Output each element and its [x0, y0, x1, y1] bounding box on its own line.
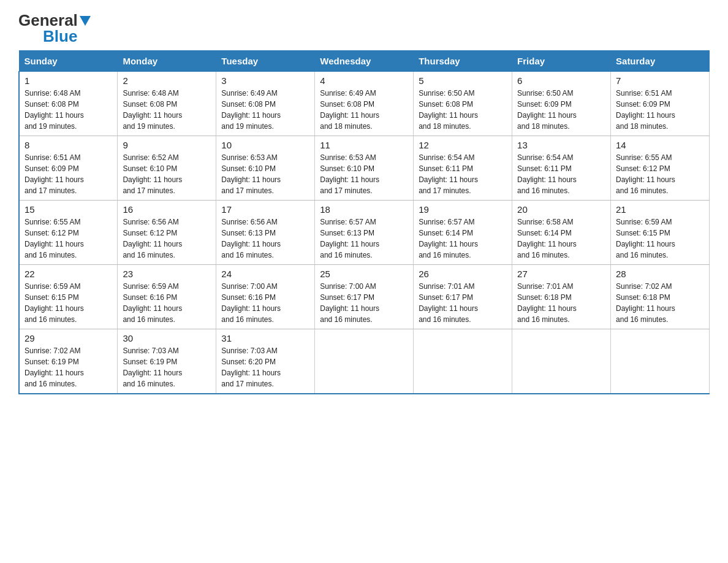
day-number: 23	[123, 269, 211, 279]
day-number: 16	[123, 204, 211, 215]
day-cell: 15Sunrise: 6:55 AMSunset: 6:12 PMDayligh…	[19, 201, 118, 265]
day-cell: 19Sunrise: 6:57 AMSunset: 6:14 PMDayligh…	[414, 201, 512, 265]
day-number: 6	[517, 75, 605, 86]
week-row-1: 1Sunrise: 6:48 AMSunset: 6:08 PMDaylight…	[19, 72, 710, 136]
day-number: 20	[517, 204, 605, 215]
day-cell: 29Sunrise: 7:02 AMSunset: 6:19 PMDayligh…	[19, 329, 118, 394]
day-info: Sunrise: 6:58 AMSunset: 6:14 PMDaylight:…	[517, 216, 605, 261]
day-info: Sunrise: 6:54 AMSunset: 6:11 PMDaylight:…	[419, 152, 507, 196]
day-cell: 14Sunrise: 6:55 AMSunset: 6:12 PMDayligh…	[611, 136, 710, 201]
day-number: 3	[221, 75, 309, 86]
day-cell: 17Sunrise: 6:56 AMSunset: 6:13 PMDayligh…	[216, 201, 315, 265]
day-number: 31	[221, 333, 309, 343]
day-number: 11	[320, 140, 408, 150]
day-cell: 11Sunrise: 6:53 AMSunset: 6:10 PMDayligh…	[315, 136, 414, 201]
day-cell: 20Sunrise: 6:58 AMSunset: 6:14 PMDayligh…	[512, 201, 611, 265]
header-wednesday: Wednesday	[315, 51, 414, 72]
day-number: 18	[320, 204, 408, 215]
day-number: 30	[123, 333, 211, 343]
day-number: 25	[320, 269, 408, 279]
day-info: Sunrise: 6:57 AMSunset: 6:14 PMDaylight:…	[419, 216, 507, 261]
day-number: 15	[25, 204, 112, 215]
day-info: Sunrise: 6:59 AMSunset: 6:15 PMDaylight:…	[25, 281, 112, 325]
day-cell: 26Sunrise: 7:01 AMSunset: 6:17 PMDayligh…	[414, 265, 512, 329]
day-number: 7	[616, 75, 704, 86]
day-cell: 16Sunrise: 6:56 AMSunset: 6:12 PMDayligh…	[118, 201, 216, 265]
day-info: Sunrise: 7:02 AMSunset: 6:19 PMDaylight:…	[25, 345, 112, 389]
day-info: Sunrise: 6:51 AMSunset: 6:09 PMDaylight:…	[25, 152, 112, 196]
header-friday: Friday	[512, 51, 611, 72]
day-number: 14	[616, 140, 704, 150]
calendar-table: SundayMondayTuesdayWednesdayThursdayFrid…	[18, 50, 710, 394]
day-number: 28	[616, 269, 704, 279]
day-info: Sunrise: 6:59 AMSunset: 6:15 PMDaylight:…	[616, 216, 704, 261]
day-cell: 5Sunrise: 6:50 AMSunset: 6:08 PMDaylight…	[414, 72, 512, 136]
day-number: 17	[221, 204, 309, 215]
day-info: Sunrise: 6:54 AMSunset: 6:11 PMDaylight:…	[517, 152, 605, 196]
day-info: Sunrise: 7:00 AMSunset: 6:16 PMDaylight:…	[221, 281, 309, 325]
day-cell: 23Sunrise: 6:59 AMSunset: 6:16 PMDayligh…	[118, 265, 216, 329]
day-cell: 7Sunrise: 6:51 AMSunset: 6:09 PMDaylight…	[611, 72, 710, 136]
day-cell	[611, 329, 710, 394]
day-info: Sunrise: 6:56 AMSunset: 6:12 PMDaylight:…	[123, 216, 211, 261]
day-info: Sunrise: 6:53 AMSunset: 6:10 PMDaylight:…	[221, 152, 309, 196]
day-cell: 28Sunrise: 7:02 AMSunset: 6:18 PMDayligh…	[611, 265, 710, 329]
day-info: Sunrise: 7:01 AMSunset: 6:18 PMDaylight:…	[517, 281, 605, 325]
day-cell: 30Sunrise: 7:03 AMSunset: 6:19 PMDayligh…	[118, 329, 216, 394]
day-cell: 31Sunrise: 7:03 AMSunset: 6:20 PMDayligh…	[216, 329, 315, 394]
day-cell: 10Sunrise: 6:53 AMSunset: 6:10 PMDayligh…	[216, 136, 315, 201]
day-cell: 18Sunrise: 6:57 AMSunset: 6:13 PMDayligh…	[315, 201, 414, 265]
page-header: General Blue	[18, 12, 710, 44]
week-row-4: 22Sunrise: 6:59 AMSunset: 6:15 PMDayligh…	[19, 265, 710, 329]
day-info: Sunrise: 6:48 AMSunset: 6:08 PMDaylight:…	[25, 88, 112, 132]
day-cell: 24Sunrise: 7:00 AMSunset: 6:16 PMDayligh…	[216, 265, 315, 329]
day-cell: 4Sunrise: 6:49 AMSunset: 6:08 PMDaylight…	[315, 72, 414, 136]
day-info: Sunrise: 6:50 AMSunset: 6:08 PMDaylight:…	[419, 88, 507, 132]
day-cell	[315, 329, 414, 394]
day-cell: 8Sunrise: 6:51 AMSunset: 6:09 PMDaylight…	[19, 136, 118, 201]
day-info: Sunrise: 6:49 AMSunset: 6:08 PMDaylight:…	[221, 88, 309, 132]
day-info: Sunrise: 7:00 AMSunset: 6:17 PMDaylight:…	[320, 281, 408, 325]
week-row-2: 8Sunrise: 6:51 AMSunset: 6:09 PMDaylight…	[19, 136, 710, 201]
day-number: 8	[25, 140, 112, 150]
day-info: Sunrise: 6:49 AMSunset: 6:08 PMDaylight:…	[320, 88, 408, 132]
day-cell: 9Sunrise: 6:52 AMSunset: 6:10 PMDaylight…	[118, 136, 216, 201]
day-info: Sunrise: 7:02 AMSunset: 6:18 PMDaylight:…	[616, 281, 704, 325]
day-number: 21	[616, 204, 704, 215]
day-info: Sunrise: 6:50 AMSunset: 6:09 PMDaylight:…	[517, 88, 605, 132]
day-info: Sunrise: 6:52 AMSunset: 6:10 PMDaylight:…	[123, 152, 211, 196]
header-saturday: Saturday	[611, 51, 710, 72]
day-cell: 1Sunrise: 6:48 AMSunset: 6:08 PMDaylight…	[19, 72, 118, 136]
header-monday: Monday	[118, 51, 216, 72]
day-cell	[512, 329, 611, 394]
day-number: 19	[419, 204, 507, 215]
day-cell: 25Sunrise: 7:00 AMSunset: 6:17 PMDayligh…	[315, 265, 414, 329]
day-info: Sunrise: 6:57 AMSunset: 6:13 PMDaylight:…	[320, 216, 408, 261]
day-cell: 2Sunrise: 6:48 AMSunset: 6:08 PMDaylight…	[118, 72, 216, 136]
day-info: Sunrise: 6:48 AMSunset: 6:08 PMDaylight:…	[123, 88, 211, 132]
day-info: Sunrise: 6:51 AMSunset: 6:09 PMDaylight:…	[616, 88, 704, 132]
day-cell: 21Sunrise: 6:59 AMSunset: 6:15 PMDayligh…	[611, 201, 710, 265]
header-thursday: Thursday	[414, 51, 512, 72]
day-number: 9	[123, 140, 211, 150]
week-row-3: 15Sunrise: 6:55 AMSunset: 6:12 PMDayligh…	[19, 201, 710, 265]
day-number: 1	[25, 75, 112, 86]
day-number: 4	[320, 75, 408, 86]
day-info: Sunrise: 6:53 AMSunset: 6:10 PMDaylight:…	[320, 152, 408, 196]
day-info: Sunrise: 6:55 AMSunset: 6:12 PMDaylight:…	[616, 152, 704, 196]
logo-blue-text: Blue	[43, 28, 77, 44]
day-info: Sunrise: 6:56 AMSunset: 6:13 PMDaylight:…	[221, 216, 309, 261]
day-info: Sunrise: 7:03 AMSunset: 6:20 PMDaylight:…	[221, 345, 309, 389]
day-cell: 6Sunrise: 6:50 AMSunset: 6:09 PMDaylight…	[512, 72, 611, 136]
day-cell: 13Sunrise: 6:54 AMSunset: 6:11 PMDayligh…	[512, 136, 611, 201]
header-sunday: Sunday	[19, 51, 118, 72]
header-tuesday: Tuesday	[216, 51, 315, 72]
day-number: 26	[419, 269, 507, 279]
day-number: 22	[25, 269, 112, 279]
calendar-header-row: SundayMondayTuesdayWednesdayThursdayFrid…	[19, 51, 710, 72]
day-cell: 27Sunrise: 7:01 AMSunset: 6:18 PMDayligh…	[512, 265, 611, 329]
logo: General Blue	[18, 12, 91, 44]
day-cell: 12Sunrise: 6:54 AMSunset: 6:11 PMDayligh…	[414, 136, 512, 201]
day-number: 13	[517, 140, 605, 150]
day-info: Sunrise: 6:55 AMSunset: 6:12 PMDaylight:…	[25, 216, 112, 261]
